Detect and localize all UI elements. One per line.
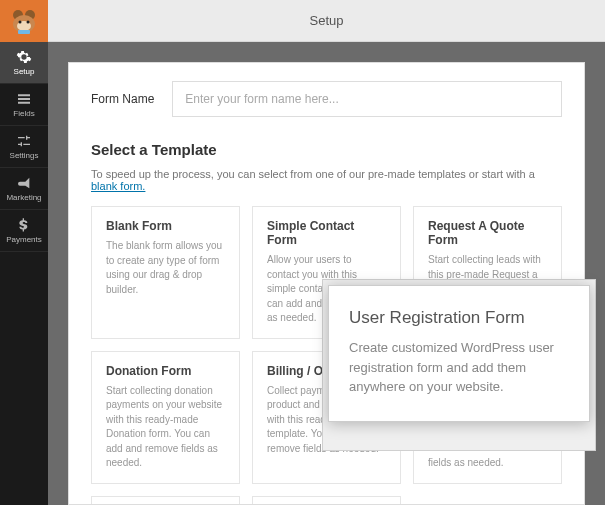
gear-icon (16, 49, 32, 65)
section-desc-text: To speed up the process, you can select … (91, 168, 535, 180)
tab-setup[interactable]: Setup (48, 0, 605, 42)
sidebar-item-label: Payments (6, 235, 42, 244)
section-title: Select a Template (91, 141, 562, 158)
template-title: Donation Form (106, 364, 225, 378)
form-name-row: Form Name (91, 81, 562, 117)
sliders-icon (16, 133, 32, 149)
svg-rect-6 (18, 30, 30, 34)
template-card-suggestion[interactable]: Suggestion Form Ask your users for sugge… (91, 496, 240, 506)
svg-point-4 (19, 21, 22, 24)
template-desc: Start collecting donation payments on yo… (106, 384, 225, 471)
template-card-donation[interactable]: Donation Form Start collecting donation … (91, 351, 240, 484)
svg-point-5 (27, 21, 30, 24)
template-title: Simple Contact Form (267, 219, 386, 247)
mascot-icon (8, 8, 40, 34)
dollar-icon (16, 217, 32, 233)
blank-form-link[interactable]: blank form. (91, 180, 145, 192)
sidebar-item-label: Fields (13, 109, 34, 118)
sidebar-item-label: Setup (14, 67, 35, 76)
form-name-label: Form Name (91, 92, 154, 106)
section-description: To speed up the process, you can select … (91, 168, 562, 192)
tooltip-title: User Registration Form (349, 308, 569, 328)
template-title: Blank Form (106, 219, 225, 233)
tooltip-desc: Create customized WordPress user registr… (349, 338, 569, 397)
sidebar-item-fields[interactable]: Fields (0, 84, 48, 126)
template-card-blank[interactable]: Blank Form The blank form allows you to … (91, 206, 240, 339)
template-title: Request A Quote Form (428, 219, 547, 247)
template-desc: The blank form allows you to create any … (106, 239, 225, 297)
sidebar-item-label: Marketing (6, 193, 41, 202)
bullhorn-icon (16, 175, 32, 191)
template-tooltip: User Registration Form Create customized… (328, 285, 590, 422)
app-logo (0, 0, 48, 42)
tab-label: Setup (310, 13, 344, 28)
list-icon (16, 91, 32, 107)
sidebar-item-settings[interactable]: Settings (0, 126, 48, 168)
template-card-user-registration[interactable]: User Registration Form Allow your users … (252, 496, 401, 506)
sidebar-item-label: Settings (10, 151, 39, 160)
form-name-input[interactable] (172, 81, 562, 117)
sidebar: Setup Fields Settings Marketing Payments (0, 0, 48, 505)
sidebar-item-payments[interactable]: Payments (0, 210, 48, 252)
sidebar-item-marketing[interactable]: Marketing (0, 168, 48, 210)
sidebar-item-setup[interactable]: Setup (0, 42, 48, 84)
